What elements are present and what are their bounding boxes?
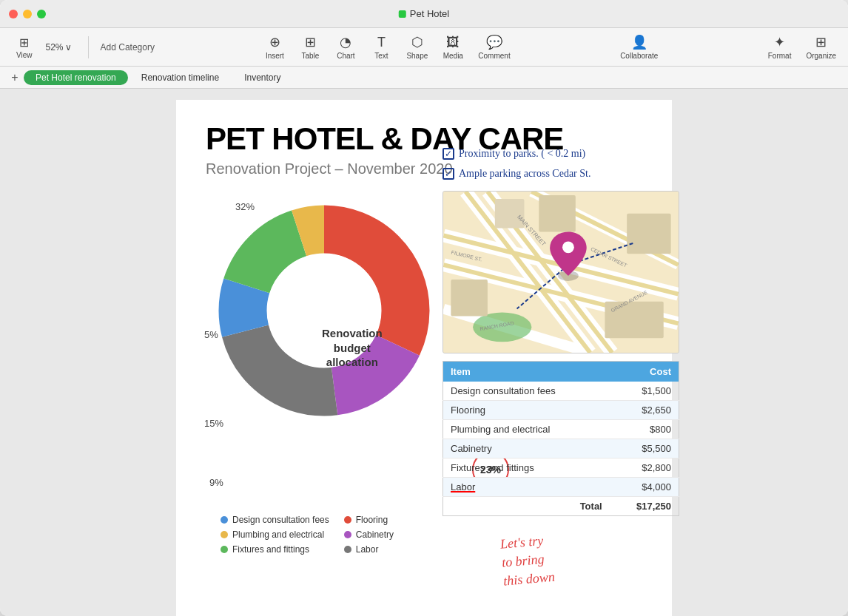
format-icon: ✦ [774,34,785,50]
add-tab-button[interactable]: + [7,70,22,85]
table-row: Cabinetry $5,500 [443,439,679,458]
legend-dot-plumbing [221,531,228,538]
table-row: Fixtures and fittings $2,800 [443,458,679,478]
title-icon [399,10,406,18]
insert-button[interactable]: ⊕ Insert [258,31,291,63]
checkbox-annotations: ✓ Proximity to parks. ( < 0.2 mi) ✓ Ampl… [442,144,679,183]
chart-icon: ◔ [340,34,351,50]
table-row: Labor $4,000 [443,478,679,497]
table-header-item: Item [443,362,610,382]
tab-pet-hotel-renovation[interactable]: Pet Hotel renovation [24,70,128,85]
check-line-2: ✓ Ample parking across Cedar St. [442,164,679,184]
legend-item-plumbing: Plumbing and electrical [221,529,329,540]
zoom-button[interactable]: 52% ∨ [40,39,78,55]
legend-dot-labor [344,546,351,553]
chart-button[interactable]: ◔ Chart [329,31,362,63]
traffic-lights [9,10,46,18]
checkbox-2: ✓ [442,168,454,180]
svg-rect-23 [627,214,670,254]
handwritten-annotation: Let's try to bring this down [499,529,585,592]
legend-dot-design [221,516,228,524]
table-row: Plumbing and electrical $800 [443,420,679,439]
insert-icon: ⊕ [269,34,280,50]
legend-col-2: Flooring Cabinetry Labor [344,515,394,555]
svg-rect-22 [451,280,488,317]
view-group: ⊞ View 52% ∨ [6,33,82,62]
label-5pct: 5% [204,329,218,340]
comment-icon: 💬 [486,34,502,50]
svg-rect-20 [495,199,525,229]
table-button[interactable]: ⊞ Table [294,31,326,63]
label-9pct: 9% [209,477,223,488]
close-button[interactable] [9,10,18,18]
tab-renovation-timeline[interactable]: Renovation timeline [129,70,231,85]
table-icon: ⊞ [305,34,316,50]
table-row: Design consultation fees $1,500 [443,382,679,401]
checkbox-1: ✓ [442,148,454,160]
organize-button[interactable]: ⊞ Organize [800,31,842,63]
budget-table-container: Item Cost Design consultation fees $1,50… [442,361,679,516]
table-header-cost: Cost [610,362,679,382]
window-title: Pet Hotel [399,8,449,19]
shape-icon: ⬡ [411,34,423,50]
divider1 [88,36,89,58]
minimize-button[interactable] [23,10,32,18]
fullscreen-button[interactable] [37,10,46,18]
main-area: PET HOTEL & DAY CARE Renovation Project … [0,89,848,616]
legend-item-cabinetry: Cabinetry [344,529,394,540]
organize-icon: ⊞ [815,34,827,50]
view-icon: ⊞ [19,35,29,50]
label-15pct: 15% [204,418,223,429]
map-image: MAIN STREET FILMORE ST. CEDAR STREET RAN… [442,191,679,353]
legend-dot-fixtures [221,546,228,553]
legend-dot-flooring [344,516,351,524]
donut-center-label: Renovation budgetallocation [304,326,400,370]
shape-button[interactable]: ⬡ Shape [400,31,434,63]
titlebar: Pet Hotel [0,0,848,28]
labor-cell: Labor [451,481,475,493]
text-button[interactable]: T Text [365,32,397,63]
format-button[interactable]: ✦ Format [762,31,798,63]
toolbar: ⊞ View 52% ∨ Add Category ⊕ Insert ⊞ Tab… [0,28,848,67]
legend-col-1: Design consultation fees Plumbing and el… [221,515,329,555]
map-svg: MAIN STREET FILMORE ST. CEDAR STREET RAN… [443,192,679,353]
document: PET HOTEL & DAY CARE Renovation Project … [176,100,672,616]
budget-table: Item Cost Design consultation fees $1,50… [442,361,679,516]
legend-item-labor: Labor [344,544,394,555]
check-line-1: ✓ Proximity to parks. ( < 0.2 mi) [442,144,679,164]
collaborate-icon: 👤 [631,34,647,50]
label-32pct: 32% [235,201,255,212]
view-button[interactable]: ⊞ View [10,33,38,62]
svg-point-28 [562,242,574,254]
media-button[interactable]: 🖼 Media [437,32,469,63]
canvas[interactable]: PET HOTEL & DAY CARE Renovation Project … [0,89,848,616]
svg-rect-21 [539,195,576,232]
text-icon: T [377,35,386,50]
collaborate-button[interactable]: 👤 Collaborate [614,31,664,63]
comment-button[interactable]: 💬 Comment [472,31,516,63]
legend-item-fixtures: Fixtures and fittings [221,544,329,555]
tab-inventory[interactable]: Inventory [232,70,292,85]
tab-bar: + Pet Hotel renovation Renovation timeli… [0,67,848,89]
right-panel: ✓ Proximity to parks. ( < 0.2 mi) ✓ Ampl… [442,144,679,516]
add-category-button[interactable]: Add Category [95,39,161,55]
media-icon: 🖼 [446,35,460,50]
donut-svg [206,192,442,429]
app-window: Pet Hotel ⊞ View 52% ∨ Add Category ⊕ In… [0,0,848,616]
legend-item-flooring: Flooring [344,515,394,525]
legend-item-design: Design consultation fees [221,515,329,525]
table-row-total: Total $17,250 [443,497,679,516]
legend-dot-cabinetry [344,531,351,538]
table-row: Flooring $2,650 [443,401,679,420]
